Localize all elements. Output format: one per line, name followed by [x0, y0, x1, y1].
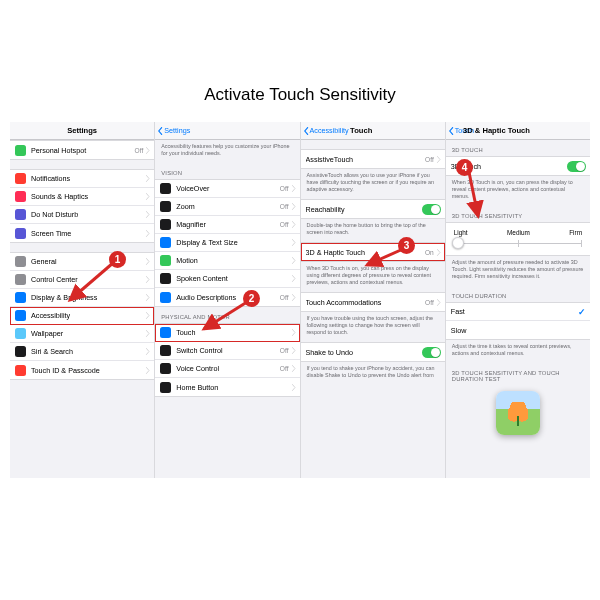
toggle-3d-touch[interactable] — [567, 161, 586, 172]
toggle-switch[interactable] — [422, 347, 441, 358]
header-title: Touch — [319, 126, 404, 135]
settings-row[interactable]: Touch ID & Passcode — [10, 361, 154, 379]
app-icon — [15, 256, 26, 267]
chevron-right-icon — [291, 275, 296, 282]
row-label: Accessibility — [31, 311, 145, 320]
chevron-right-icon — [145, 211, 150, 218]
app-icon — [160, 201, 171, 212]
chevron-right-icon — [436, 249, 441, 256]
settings-row[interactable]: 3D & Haptic TouchOn — [301, 243, 445, 261]
settings-row[interactable]: Wallpaper — [10, 325, 154, 343]
chevron-right-icon — [145, 230, 150, 237]
page-title: Activate Touch Sensitivity — [0, 85, 600, 105]
settings-row[interactable]: Touch — [155, 324, 299, 342]
settings-row[interactable]: Audio DescriptionsOff — [155, 288, 299, 306]
chevron-right-icon — [291, 384, 296, 391]
settings-row[interactable]: Spoken Content — [155, 270, 299, 288]
chevron-right-icon — [145, 175, 150, 182]
back-label: Settings — [164, 126, 190, 135]
row-label: Magnifier — [176, 220, 280, 229]
settings-row[interactable]: AssistiveTouchOff — [301, 150, 445, 168]
settings-row[interactable]: Do Not Disturb — [10, 206, 154, 224]
intro-text: Accessibility features help you customiz… — [155, 140, 299, 163]
settings-row[interactable]: Accessibility — [10, 307, 154, 325]
footer-text: If you tend to shake your iPhone by acci… — [301, 362, 445, 385]
chevron-right-icon — [291, 257, 296, 264]
chevron-right-icon — [291, 203, 296, 210]
app-icon — [15, 228, 26, 239]
chevron-right-icon — [291, 329, 296, 336]
chevron-right-icon — [291, 221, 296, 228]
row-label: Touch — [176, 328, 290, 337]
settings-row[interactable]: Personal HotspotOff — [10, 141, 154, 159]
slider-thumb[interactable] — [452, 237, 464, 249]
annotation-badge-4: 4 — [456, 159, 473, 176]
settings-row[interactable]: Sounds & Haptics — [10, 188, 154, 206]
settings-row[interactable]: Slow — [446, 321, 590, 339]
settings-row[interactable]: Notifications — [10, 170, 154, 188]
row-value: On — [425, 249, 434, 256]
row-value: Off — [135, 147, 144, 154]
settings-row[interactable]: Touch AccommodationsOff — [301, 293, 445, 311]
app-icon — [160, 237, 171, 248]
settings-row[interactable]: General — [10, 253, 154, 271]
toggle-switch[interactable] — [422, 204, 441, 215]
app-icon — [15, 274, 26, 285]
app-icon — [15, 328, 26, 339]
test-preview-image[interactable] — [496, 391, 540, 435]
row-value: Off — [425, 156, 434, 163]
annotation-badge-1: 1 — [109, 251, 126, 268]
footer-text: If you have trouble using the touch scre… — [301, 312, 445, 342]
section-3dtouch: 3D TOUCH — [446, 140, 590, 156]
app-icon — [15, 346, 26, 357]
settings-row[interactable]: Fast✓ — [446, 303, 590, 321]
settings-row[interactable]: Screen Time — [10, 224, 154, 242]
settings-row[interactable]: Siri & Search — [10, 343, 154, 361]
row-value: Off — [280, 347, 289, 354]
app-icon — [160, 183, 171, 194]
flower-icon — [508, 402, 528, 424]
chevron-right-icon — [291, 347, 296, 354]
settings-row[interactable]: Display & Text Size — [155, 234, 299, 252]
row-label: Reachability — [306, 205, 422, 214]
app-icon — [15, 191, 26, 202]
chevron-right-icon — [291, 185, 296, 192]
app-icon — [160, 219, 171, 230]
row-value: Off — [280, 365, 289, 372]
row-value: Off — [280, 203, 289, 210]
chevron-right-icon — [145, 193, 150, 200]
chevron-right-icon — [145, 147, 150, 154]
settings-row[interactable]: Display & Brightness — [10, 289, 154, 307]
app-icon — [15, 209, 26, 220]
row-label: Zoom — [176, 202, 280, 211]
back-button[interactable]: Settings — [158, 126, 190, 135]
row-label: Display & Brightness — [31, 293, 145, 302]
row-value: Off — [425, 299, 434, 306]
row-label: Personal Hotspot — [31, 146, 135, 155]
settings-row[interactable]: Motion — [155, 252, 299, 270]
panel-accessibility: Settings Accessibility features help you… — [155, 122, 300, 478]
row-label: General — [31, 257, 145, 266]
panel-settings: Settings Personal HotspotOff Notificatio… — [10, 122, 155, 478]
row-label: Sounds & Haptics — [31, 192, 145, 201]
settings-row[interactable]: ZoomOff — [155, 198, 299, 216]
section-vision: VISION — [155, 163, 299, 179]
app-icon — [160, 273, 171, 284]
app-icon — [160, 345, 171, 356]
settings-row[interactable]: Reachability — [301, 200, 445, 218]
sensitivity-slider[interactable] — [454, 237, 582, 251]
row-label: Spoken Content — [176, 274, 290, 283]
chevron-right-icon — [436, 299, 441, 306]
panel-touch: Accessibility Touch AssistiveTouchOff As… — [301, 122, 446, 478]
settings-row[interactable]: Voice ControlOff — [155, 360, 299, 378]
row-label: Touch Accommodations — [306, 298, 426, 307]
app-icon — [160, 363, 171, 374]
settings-row[interactable]: Shake to Undo — [301, 343, 445, 361]
settings-row[interactable]: Home Button — [155, 378, 299, 396]
row-value: Off — [280, 185, 289, 192]
settings-row[interactable]: Control Center — [10, 271, 154, 289]
settings-row[interactable]: VoiceOverOff — [155, 180, 299, 198]
settings-row[interactable]: Switch ControlOff — [155, 342, 299, 360]
row-label: Notifications — [31, 174, 145, 183]
settings-row[interactable]: MagnifierOff — [155, 216, 299, 234]
